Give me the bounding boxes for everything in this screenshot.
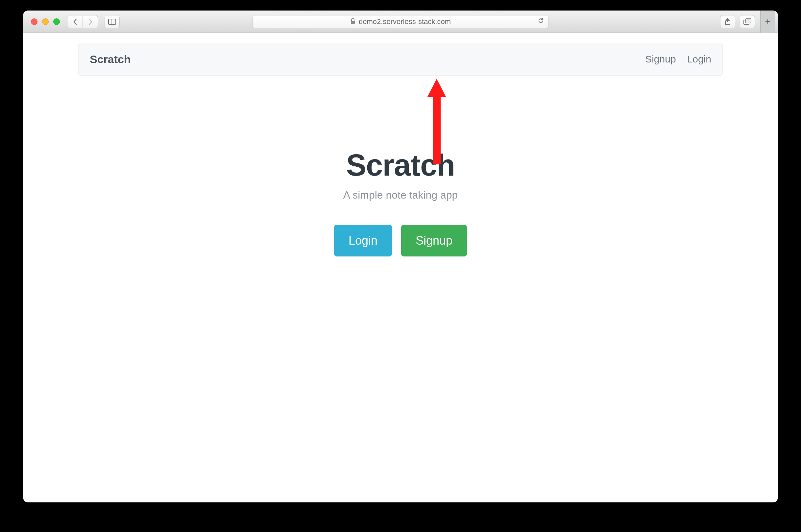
hero-title: Scratch	[78, 148, 723, 183]
lock-icon	[350, 17, 356, 26]
titlebar-right-controls	[720, 15, 755, 28]
svg-rect-0	[109, 19, 116, 24]
back-button[interactable]	[68, 15, 83, 28]
tabs-overview-button[interactable]	[740, 15, 755, 28]
screenshot-stage: demo2.serverless-stack.com	[0, 0, 801, 532]
browser-window: demo2.serverless-stack.com	[23, 11, 778, 502]
window-close-button[interactable]	[31, 18, 37, 25]
login-button[interactable]: Login	[334, 225, 392, 256]
svg-rect-6	[746, 19, 751, 23]
navbar-signup-link[interactable]: Signup	[645, 54, 676, 65]
hero: Scratch A simple note taking app Login S…	[78, 148, 723, 256]
address-url-text: demo2.serverless-stack.com	[359, 17, 451, 26]
new-tab-button[interactable]	[760, 11, 775, 33]
sidebar-toggle-button[interactable]	[104, 15, 120, 28]
share-button[interactable]	[720, 15, 735, 28]
page-viewport: Scratch Signup Login Scratch A simple no…	[23, 43, 778, 502]
app-container: Scratch Signup Login Scratch A simple no…	[78, 43, 723, 256]
signup-button[interactable]: Signup	[401, 225, 467, 256]
hero-buttons: Login Signup	[78, 225, 723, 256]
navbar-right: Signup Login	[645, 54, 711, 65]
reload-button[interactable]	[538, 17, 544, 26]
browser-titlebar: demo2.serverless-stack.com	[23, 11, 778, 33]
svg-rect-2	[351, 21, 355, 24]
window-controls	[31, 18, 60, 25]
window-minimize-button[interactable]	[42, 18, 49, 25]
nav-back-forward-group	[68, 15, 98, 28]
forward-button[interactable]	[83, 15, 98, 28]
address-bar-wrap: demo2.serverless-stack.com	[252, 15, 549, 28]
hero-subtitle: A simple note taking app	[78, 189, 723, 201]
app-navbar: Scratch Signup Login	[78, 43, 723, 76]
navbar-brand[interactable]: Scratch	[90, 53, 131, 66]
navbar-login-link[interactable]: Login	[687, 54, 711, 65]
address-bar[interactable]: demo2.serverless-stack.com	[252, 15, 549, 28]
window-fullscreen-button[interactable]	[53, 18, 60, 25]
